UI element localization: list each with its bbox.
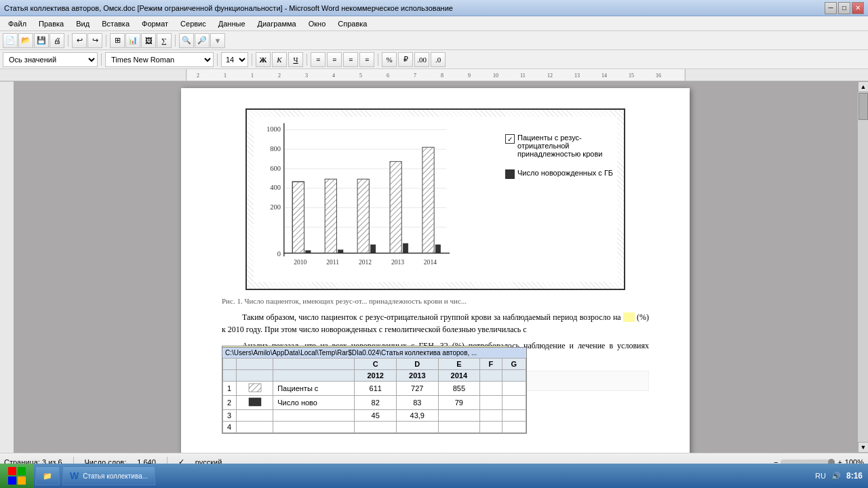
menu-help[interactable]: Справка xyxy=(332,18,372,29)
chart-button[interactable]: 📊 xyxy=(125,33,140,48)
align-justify-button[interactable]: ≡ xyxy=(359,52,374,67)
system-tray: 🔊 xyxy=(831,472,841,481)
col-year-label xyxy=(273,370,355,382)
svg-text:2011: 2011 xyxy=(326,258,339,266)
redo-button[interactable]: ↪ xyxy=(87,33,102,48)
lang-indicator: RU xyxy=(815,472,826,480)
col-year-f xyxy=(480,370,502,382)
document-page: 1000 800 600 400 200 0 xyxy=(181,88,690,453)
scroll-track[interactable] xyxy=(858,92,868,442)
print-button[interactable]: 🖨 xyxy=(50,33,64,48)
scroll-down-button[interactable]: ▼ xyxy=(858,442,868,453)
svg-text:14: 14 xyxy=(601,73,607,79)
chart-inner: 1000 800 600 400 200 0 xyxy=(254,117,617,282)
row2-f xyxy=(480,396,502,410)
svg-rect-49 xyxy=(422,147,434,253)
zoom-out-button[interactable]: 🔍 xyxy=(179,33,194,48)
taskbar-item-folder[interactable]: 📁 xyxy=(35,466,60,485)
svg-rect-46 xyxy=(370,245,376,253)
zoom-in-button[interactable]: 🔎 xyxy=(195,33,210,48)
svg-text:3: 3 xyxy=(305,73,308,79)
table-button[interactable]: ⊞ xyxy=(110,33,125,48)
toolbar-view-group: 🔍 🔎 ▼ xyxy=(179,33,225,48)
svg-rect-41 xyxy=(292,182,304,253)
decrease-decimal[interactable]: .0 xyxy=(431,52,446,67)
row2-c: 82 xyxy=(355,396,397,410)
svg-rect-48 xyxy=(403,243,408,253)
svg-rect-45 xyxy=(357,179,369,253)
chart-container[interactable]: 1000 800 600 400 200 0 xyxy=(245,108,625,290)
svg-rect-58 xyxy=(8,467,16,475)
bold-button[interactable]: Ж xyxy=(256,52,271,67)
svg-text:9: 9 xyxy=(468,73,471,79)
italic-button[interactable]: К xyxy=(272,52,287,67)
scroll-thumb[interactable] xyxy=(859,93,868,120)
row4-label xyxy=(273,422,355,433)
row2-label: Число ново xyxy=(273,396,355,410)
menu-service[interactable]: Сервис xyxy=(175,18,212,29)
number-format-button[interactable]: % xyxy=(382,52,397,67)
data-table-popup[interactable]: C:\Users\Amilo\AppData\Local\Temp\Rar$DI… xyxy=(222,347,527,434)
row4-d xyxy=(396,422,438,433)
minimize-button[interactable]: ─ xyxy=(825,2,837,14)
formula-button[interactable]: ∑ xyxy=(157,33,172,48)
currency-button[interactable]: ₽ xyxy=(398,52,413,67)
vertical-scrollbar[interactable]: ▲ ▼ xyxy=(857,81,868,453)
taskbar: 📁 W Статья коллектива... RU 🔊 8:16 xyxy=(0,464,868,488)
save-button[interactable]: 💾 xyxy=(34,33,49,48)
svg-text:4: 4 xyxy=(332,73,335,79)
underline-button[interactable]: Ч xyxy=(288,52,303,67)
menu-data[interactable]: Данные xyxy=(213,18,251,29)
style-select[interactable]: Ось значений xyxy=(3,52,98,67)
separator6 xyxy=(252,54,252,66)
row1-f xyxy=(480,382,502,396)
svg-text:2012: 2012 xyxy=(359,258,372,266)
separator3 xyxy=(175,35,176,47)
row3-f xyxy=(480,410,502,422)
chart-legend: ✓ Пациенты с резус-отрицательной принадл… xyxy=(505,120,614,279)
toolbar-edit-group: ↩ ↪ xyxy=(72,33,102,48)
increase-decimal[interactable]: .00 xyxy=(414,52,429,67)
font-select[interactable]: Times New Roman xyxy=(105,52,214,67)
menu-file[interactable]: Файл xyxy=(3,18,32,29)
svg-rect-61 xyxy=(18,476,26,485)
svg-text:7: 7 xyxy=(414,73,416,79)
new-button[interactable]: 📄 xyxy=(3,33,18,48)
open-button[interactable]: 📂 xyxy=(18,33,33,48)
svg-rect-42 xyxy=(305,251,311,253)
menu-chart[interactable]: Диаграмма xyxy=(252,18,302,29)
align-right-button[interactable]: ≡ xyxy=(343,52,358,67)
data-row-2: 2 Число ново 82 83 79 xyxy=(223,396,526,410)
chart-svg: 1000 800 600 400 200 0 xyxy=(257,120,460,276)
menu-edit[interactable]: Правка xyxy=(33,18,69,29)
left-ruler xyxy=(0,81,14,453)
svg-text:1: 1 xyxy=(251,73,254,79)
data-row-3: 3 45 43,9 xyxy=(223,410,526,422)
data-table-content: C D E F G 2012 2013 2014 xyxy=(222,358,526,433)
menu-insert[interactable]: Вставка xyxy=(96,18,135,29)
row3-c: 45 xyxy=(355,410,397,422)
document-area[interactable]: 1000 800 600 400 200 0 xyxy=(14,81,857,453)
svg-text:15: 15 xyxy=(629,73,634,79)
svg-text:10: 10 xyxy=(493,73,498,79)
align-left-button[interactable]: ≡ xyxy=(311,52,326,67)
menu-window[interactable]: Окно xyxy=(303,18,332,29)
col-year-d: 2013 xyxy=(396,370,438,382)
size-select[interactable]: 14 xyxy=(221,52,248,67)
start-button[interactable] xyxy=(0,464,34,488)
scroll-up-button[interactable]: ▲ xyxy=(858,81,868,92)
toolbar-standard: 📄 📂 💾 🖨 ↩ ↪ ⊞ 📊 🖼 ∑ 🔍 🔎 ▼ xyxy=(0,31,868,50)
image-button[interactable]: 🖼 xyxy=(141,33,156,48)
legend-label-2: Число новорожденных с ГБ xyxy=(517,169,613,177)
menu-view[interactable]: Вид xyxy=(71,18,95,29)
col-header-c: C xyxy=(355,359,397,370)
undo-button[interactable]: ↩ xyxy=(72,33,87,48)
maximize-button[interactable]: □ xyxy=(838,2,850,14)
row1-icon xyxy=(237,382,273,396)
align-center-button[interactable]: ≡ xyxy=(327,52,342,67)
taskbar-item-word[interactable]: W Статья коллектива... xyxy=(62,466,155,485)
menu-bar: Файл Правка Вид Вставка Формат Сервис Да… xyxy=(0,16,868,31)
paint-bucket-button[interactable]: ▼ xyxy=(210,33,225,48)
close-button[interactable]: ✕ xyxy=(852,2,864,14)
menu-format[interactable]: Формат xyxy=(136,18,174,29)
